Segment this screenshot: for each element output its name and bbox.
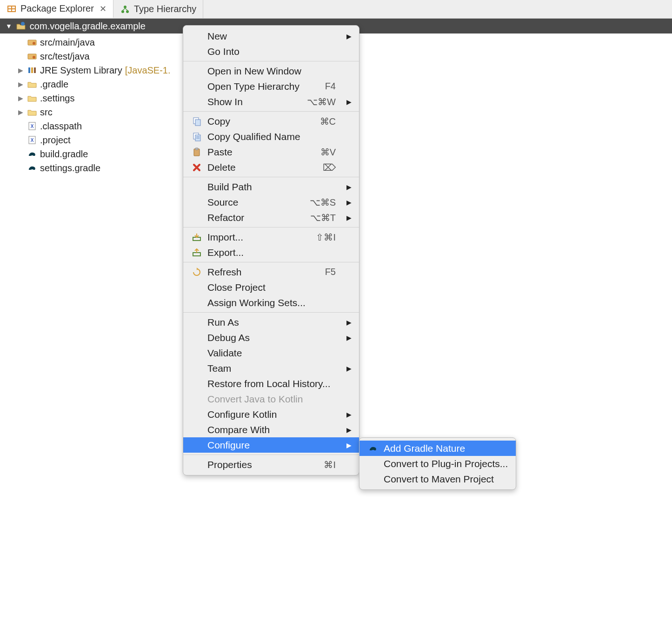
tree-label: .settings bbox=[40, 93, 74, 104]
menu-item-open-new-window[interactable]: Open in New Window bbox=[183, 63, 359, 79]
menu-separator bbox=[183, 455, 359, 455]
paste-icon bbox=[191, 147, 203, 157]
svg-point-6 bbox=[21, 22, 25, 26]
tree-label: JRE System Library bbox=[40, 65, 122, 76]
svg-rect-12 bbox=[31, 67, 33, 73]
submenu-arrow-icon: ▶ bbox=[343, 442, 352, 449]
copy-qualified-icon bbox=[191, 132, 203, 141]
svg-point-5 bbox=[126, 10, 129, 13]
menu-item-show-in[interactable]: Show In⌥⌘W▶ bbox=[183, 94, 359, 109]
gradle-icon bbox=[27, 149, 37, 159]
menu-item-team[interactable]: Team▶ bbox=[183, 361, 359, 376]
context-menu: New▶ Go Into Open in New Window Open Typ… bbox=[183, 25, 359, 475]
disclosure-open-icon: ▼ bbox=[6, 22, 12, 30]
tree-label: .project bbox=[40, 135, 71, 146]
menu-separator bbox=[183, 312, 359, 313]
tree-label-suffix: [JavaSE-1. bbox=[125, 65, 171, 76]
xml-file-icon: X bbox=[27, 135, 37, 145]
submenu-arrow-icon: ▶ bbox=[343, 426, 352, 434]
java-project-icon bbox=[16, 21, 26, 31]
import-icon bbox=[191, 233, 203, 241]
menu-item-run-as[interactable]: Run As▶ bbox=[183, 314, 359, 330]
menu-item-convert-kotlin: Convert Java to Kotlin bbox=[183, 391, 359, 407]
refresh-icon bbox=[191, 268, 203, 277]
package-folder-icon bbox=[27, 37, 37, 47]
submenu-convert-maven[interactable]: Convert to Maven Project bbox=[359, 471, 516, 487]
menu-item-delete[interactable]: Delete⌦ bbox=[183, 160, 359, 175]
copy-icon bbox=[191, 117, 203, 126]
svg-rect-11 bbox=[28, 67, 30, 73]
submenu-arrow-icon: ▶ bbox=[343, 199, 352, 206]
gradle-icon bbox=[27, 163, 37, 173]
svg-point-8 bbox=[33, 42, 35, 45]
menu-item-properties[interactable]: Properties⌘I bbox=[183, 457, 359, 472]
svg-point-4 bbox=[121, 10, 124, 13]
tree-label: src/test/java bbox=[40, 51, 90, 62]
menu-separator bbox=[183, 227, 359, 228]
tree-label: build.gradle bbox=[40, 149, 88, 160]
submenu-arrow-icon: ▶ bbox=[343, 319, 352, 326]
menu-separator bbox=[183, 111, 359, 112]
menu-item-new[interactable]: New▶ bbox=[183, 28, 359, 44]
svg-rect-27 bbox=[193, 253, 200, 256]
menu-item-configure[interactable]: Configure▶ bbox=[183, 437, 359, 453]
menu-item-refresh[interactable]: RefreshF5 bbox=[183, 264, 359, 280]
export-icon bbox=[191, 248, 203, 257]
view-tab-bar: Package Explorer ✕ Type Hierarchy bbox=[0, 0, 672, 19]
submenu-arrow-icon: ▶ bbox=[343, 33, 352, 40]
submenu-convert-plugin[interactable]: Convert to Plug-in Projects... bbox=[359, 456, 516, 471]
svg-rect-19 bbox=[195, 120, 200, 126]
tab-package-explorer[interactable]: Package Explorer ✕ bbox=[0, 0, 113, 18]
project-name: com.vogella.gradle.example bbox=[30, 21, 146, 32]
menu-item-open-type-hierarchy[interactable]: Open Type HierarchyF4 bbox=[183, 79, 359, 94]
menu-item-copy-qualified[interactable]: Copy Qualified Name bbox=[183, 129, 359, 144]
submenu-arrow-icon: ▶ bbox=[343, 411, 352, 418]
menu-item-close-project[interactable]: Close Project bbox=[183, 280, 359, 295]
menu-item-copy[interactable]: Copy⌘C bbox=[183, 114, 359, 129]
delete-icon bbox=[191, 163, 203, 172]
svg-rect-25 bbox=[195, 148, 198, 150]
menu-separator bbox=[183, 61, 359, 61]
tree-label: .classpath bbox=[40, 121, 82, 132]
menu-item-assign-working-sets[interactable]: Assign Working Sets... bbox=[183, 295, 359, 310]
menu-separator bbox=[183, 262, 359, 262]
chevron-right-icon: ▶ bbox=[17, 94, 24, 102]
chevron-right-icon: ▶ bbox=[17, 80, 24, 88]
menu-item-go-into[interactable]: Go Into bbox=[183, 44, 359, 59]
svg-point-10 bbox=[33, 56, 35, 59]
package-folder-icon bbox=[27, 51, 37, 61]
svg-rect-13 bbox=[34, 67, 36, 73]
menu-item-refactor[interactable]: Refactor⌥⌘T▶ bbox=[183, 210, 359, 225]
submenu-arrow-icon: ▶ bbox=[343, 214, 352, 221]
menu-item-build-path[interactable]: Build Path▶ bbox=[183, 179, 359, 194]
menu-item-paste[interactable]: Paste⌘V bbox=[183, 144, 359, 160]
menu-item-validate[interactable]: Validate bbox=[183, 345, 359, 361]
submenu-add-gradle-nature[interactable]: Add Gradle Nature bbox=[359, 441, 516, 456]
submenu-arrow-icon: ▶ bbox=[343, 98, 352, 106]
menu-item-import[interactable]: Import...⇧⌘I bbox=[183, 229, 359, 245]
tree-label: src bbox=[40, 107, 53, 118]
menu-item-debug-as[interactable]: Debug As▶ bbox=[183, 330, 359, 345]
tab-label: Package Explorer bbox=[20, 3, 94, 14]
chevron-right-icon: ▶ bbox=[17, 108, 24, 116]
close-icon[interactable]: ✕ bbox=[100, 4, 106, 14]
submenu-arrow-icon: ▶ bbox=[343, 183, 352, 191]
submenu-arrow-icon: ▶ bbox=[343, 365, 352, 372]
tab-type-hierarchy[interactable]: Type Hierarchy bbox=[113, 0, 204, 18]
tree-label: settings.gradle bbox=[40, 163, 100, 174]
menu-item-export[interactable]: Export... bbox=[183, 245, 359, 260]
folder-icon bbox=[27, 79, 37, 89]
xml-file-icon: X bbox=[27, 121, 37, 131]
menu-item-compare-with[interactable]: Compare With▶ bbox=[183, 422, 359, 437]
tab-label: Type Hierarchy bbox=[134, 4, 197, 14]
library-icon bbox=[27, 65, 37, 75]
folder-icon bbox=[27, 93, 37, 103]
chevron-right-icon: ▶ bbox=[17, 67, 24, 74]
folder-icon bbox=[27, 107, 37, 117]
tree-label: .gradle bbox=[40, 79, 68, 90]
menu-item-configure-kotlin[interactable]: Configure Kotlin▶ bbox=[183, 407, 359, 422]
svg-text:X: X bbox=[31, 138, 34, 143]
configure-submenu: Add Gradle Nature Convert to Plug-in Pro… bbox=[359, 437, 516, 490]
menu-item-restore-history[interactable]: Restore from Local History... bbox=[183, 376, 359, 391]
menu-item-source[interactable]: Source⌥⌘S▶ bbox=[183, 194, 359, 210]
